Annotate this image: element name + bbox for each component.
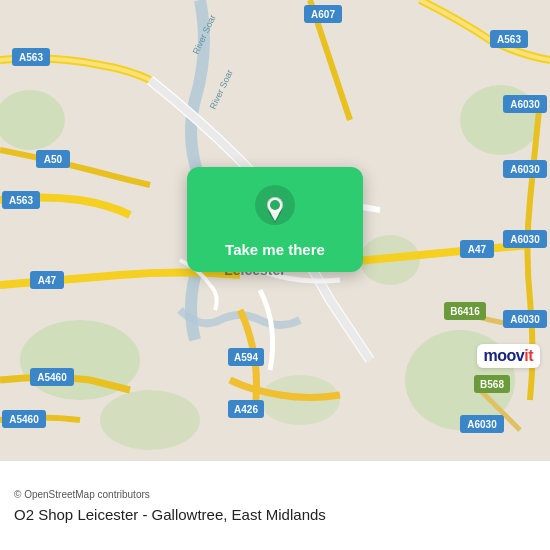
svg-text:A594: A594 [234,352,258,363]
map-container: A563 A563 A607 A563 A50 A47 A47 A6030 A [0,0,550,460]
location-name: O2 Shop Leicester - Gallowtree, East Mid… [14,506,536,523]
svg-text:A5460: A5460 [37,372,67,383]
osm-credit: © OpenStreetMap contributors [14,489,536,500]
svg-text:B6416: B6416 [450,306,480,317]
moovit-logo-text: moovit [484,347,533,364]
cta-button-label: Take me there [225,241,325,258]
svg-text:B568: B568 [480,379,504,390]
pin-icon [251,185,299,233]
svg-text:A6030: A6030 [510,234,540,245]
app: A563 A563 A607 A563 A50 A47 A47 A6030 A [0,0,550,550]
svg-text:A6030: A6030 [510,99,540,110]
svg-text:A607: A607 [311,9,335,20]
svg-text:A5460: A5460 [9,414,39,425]
bottom-bar: © OpenStreetMap contributors O2 Shop Lei… [0,460,550,550]
svg-text:A47: A47 [468,244,487,255]
svg-text:A6030: A6030 [467,419,497,430]
svg-text:A50: A50 [44,154,63,165]
svg-point-50 [270,200,280,210]
svg-text:A563: A563 [9,195,33,206]
svg-point-6 [100,390,200,450]
svg-text:A6030: A6030 [510,314,540,325]
cta-card[interactable]: Take me there [187,167,363,272]
svg-text:A563: A563 [19,52,43,63]
moovit-logo: moovit [477,344,540,368]
svg-text:A47: A47 [38,275,57,286]
svg-text:A563: A563 [497,34,521,45]
svg-text:A426: A426 [234,404,258,415]
svg-text:A6030: A6030 [510,164,540,175]
